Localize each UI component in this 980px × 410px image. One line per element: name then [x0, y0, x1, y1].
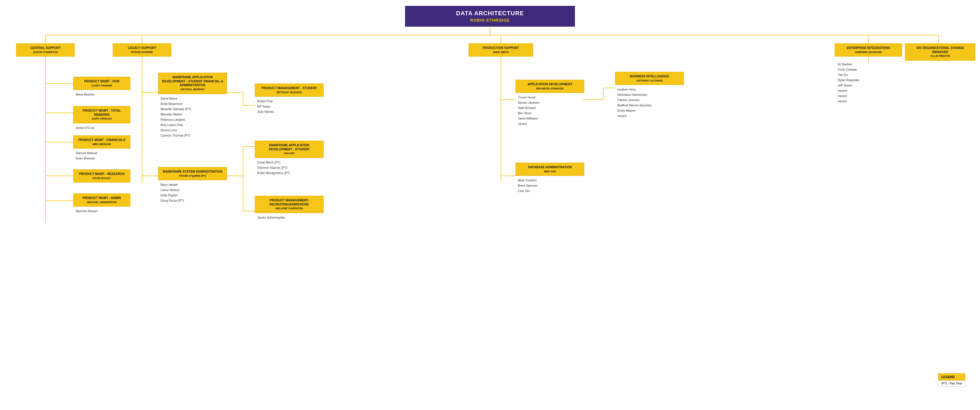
app-dev-vacant: vacant — [518, 121, 584, 126]
steven-jackson: Steven Jackson — [518, 100, 584, 105]
kelly-payton: Kelly Payton — [161, 193, 227, 198]
jared-williams: Jared Williams — [518, 116, 584, 121]
bill-toups: Bill Toups — [257, 104, 324, 109]
ben-stout: Ben Stout — [518, 110, 584, 116]
production-support-box: PRODUCTION SUPPORT MIKE SMITH — [469, 43, 533, 57]
hudson-hess: Hudson Hess — [617, 87, 684, 92]
root-subtitle: ROBIN ETHRIDGE — [411, 18, 569, 22]
samuel-abboud: Samuel Abboud — [73, 150, 130, 156]
trevor-huval: Trevor Huval — [518, 95, 584, 100]
legend: LEGEND (PT) - Part Time — [938, 373, 966, 386]
mainframe-app-dev-name: CRYSTAL MURPHY — [161, 88, 224, 91]
prod-mgmt-student-name: BETHANY MADSON — [258, 91, 320, 94]
enterprise-integrations-list: DJ Barbier Corin Canepa Yan Qu Dylan Rag… — [838, 62, 859, 104]
mainframe-app-dev-student-title: MAINFRAME APPLICATION DEVELOPMENT - STUD… — [258, 143, 320, 151]
prod-mgmt-admin-name: MICHAEL HENDERSON — [76, 201, 127, 204]
doug-pacas: Doug Pacas (PT) — [161, 198, 227, 203]
donna-love: Donna Love — [161, 128, 227, 133]
lance-nelson: Lance Nelson — [161, 187, 227, 193]
app-dev-title: APPLICATION DEVELOPMENT — [519, 82, 581, 86]
mainframe-app-dev-student-name: VACANT — [258, 152, 320, 155]
biz-intel-box: BUSINESS INTELLIGENCE ANTHONY ALFONSO Hu… — [615, 72, 684, 118]
dj-barbier: DJ Barbier — [838, 62, 859, 67]
jenise-dcruz: Jenise D'Cruz — [73, 125, 130, 131]
patrick-lemoine: Patrick Lemoine — [617, 97, 684, 102]
robert-poe: Robert Poe — [257, 99, 324, 104]
sis-org-name: ALLIE PRESTIE — [908, 54, 972, 58]
sis-org-box: SIS ORGANIZATIONAL CHANGE MANAGER ALLIE … — [905, 43, 975, 61]
ei-vacant-1: vacant — [838, 88, 859, 93]
root-node: DATA ARCHITECTURE ROBIN ETHRIDGE — [405, 6, 575, 27]
production-support-title: PRODUCTION SUPPORT — [472, 46, 530, 50]
prod-mgmt-financials-box: PRODUCT MGMT - FINANCIALS MEG WESSON Sam… — [73, 136, 130, 161]
prod-mgmt-research-box: PRODUCT MGMT - RESEARCH DAVID BAILEY — [73, 169, 130, 183]
prod-mgmt-admin-title: PRODUCT MGMT - ADMIN — [76, 196, 127, 200]
prod-mgmt-research-title: PRODUCT MGMT - RESEARCH — [76, 172, 127, 176]
michelle-hebert: Michelle Hebert — [161, 112, 227, 117]
db-admin-name: BEN YAN — [519, 170, 581, 174]
corin-canepa: Corin Canepa — [838, 67, 859, 72]
anita-beaumont: Anita Beaumont — [161, 101, 227, 106]
prod-mgmt-hcm-box: PRODUCT MGMT - HCM CASEY PARKER Alexa Bu… — [73, 77, 130, 97]
prod-mgmt-admin-box: PRODUCT MGMT - ADMIN MICHAEL HENDERSON N… — [73, 193, 130, 214]
robin-montgomery: Robin Montgomery (PT) — [257, 170, 324, 175]
biz-intel-title: BUSINESS INTELLIGENCE — [618, 75, 681, 78]
bedford-nieves-sanchez: Bedford Nieves-Sanchez — [617, 102, 684, 108]
prod-mgmt-hcm-title: PRODUCT MGMT - HCM — [76, 80, 127, 83]
prod-mgmt-recruiting-name: MELANIE THORNTON — [258, 207, 320, 211]
james-schexnaydre: James Schexnaydre — [257, 215, 324, 220]
jeff-simon: Jeff Simon — [838, 83, 859, 88]
connectors-svg — [0, 0, 980, 410]
mark-foretich: Mark Foretich — [518, 178, 584, 183]
alexa-butcher: Alexa Butcher — [73, 92, 130, 97]
david-abere: David Abere — [161, 96, 227, 101]
barry-hebert: Barry Hebert — [161, 182, 227, 187]
solomon-haynes: Solomon Haynes (PT) — [257, 165, 324, 170]
prod-mgmt-recruiting-box: PRODUCT MANAGEMENT- RECRUITING/ADMISSION… — [255, 196, 324, 220]
prod-mgmt-total-rewards-box: PRODUCT MGMT - TOTAL REWARDS KORY CROUCH… — [73, 106, 130, 131]
michelle-gillespie: Michelle Gillespie (PT) — [161, 106, 227, 112]
sis-org-title: SIS ORGANIZATIONAL CHANGE MANAGER — [908, 46, 972, 54]
legacy-support-name: BYRON HONORE — [116, 51, 168, 54]
prod-mgmt-recruiting-title: PRODUCT MANAGEMENT- RECRUITING/ADMISSION… — [258, 198, 320, 206]
enterprise-integrations-name: SHERWIN SHAIDAEE — [838, 51, 899, 54]
nicholaus-hutchinson: Nicholaus Hutchinson — [617, 92, 684, 97]
liuxi-tan: Liuxi Tan — [518, 188, 584, 193]
mainframe-sys-admin-name: FRANK O'QUINN (PT) — [161, 174, 224, 178]
enterprise-integrations-box: ENTERPRISE INTEGRATIONS SHERWIN SHAIDAEE — [835, 43, 902, 57]
chart-container: DATA ARCHITECTURE ROBIN ETHRIDGE CENTRAL… — [0, 0, 980, 410]
legend-title: LEGEND — [938, 373, 966, 380]
root-box: DATA ARCHITECTURE ROBIN ETHRIDGE — [405, 6, 575, 27]
nariman-razavi: Nariman Razavi — [73, 208, 130, 214]
central-support-title: CENTRAL SUPPORT — [19, 46, 72, 50]
camron-thomas: Camron Thomas (PT) — [161, 133, 227, 138]
enterprise-integrations-title: ENTERPRISE INTEGRATIONS — [838, 46, 899, 50]
db-admin-title: DATABASE ADMINISTRATION — [519, 165, 581, 169]
cindy-bloch: Cindy Bloch (PT) — [257, 160, 324, 165]
prod-mgmt-financials-name: MEG WESSON — [76, 143, 127, 146]
sean-brannon: Sean Brannon — [73, 156, 130, 161]
ei-vacant-3: vacant — [838, 99, 859, 104]
prod-mgmt-total-rewards-title: PRODUCT MGMT - TOTAL REWARDS — [76, 109, 127, 116]
mainframe-sys-admin-box: MAINFRAME SYSTEM ADMINISTRATION FRANK O'… — [158, 167, 227, 203]
seth-richard: Seth Richard — [518, 105, 584, 110]
app-dev-box: APPLICATION DEVELOPMENT BRANDON JOHNSON … — [515, 80, 584, 126]
rebecca-langlois: Rebecca Langlois — [161, 117, 227, 122]
central-support-name: JUSTIN THORNTON — [19, 51, 72, 54]
emily-wayne: Emily Wayne — [617, 108, 684, 113]
root-title: DATA ARCHITECTURE — [411, 10, 569, 17]
biz-intel-vacant: vacant — [617, 113, 684, 118]
mainframe-app-dev-box: MAINFRAME APPLICATION DEVELOPMENT - STUD… — [158, 73, 227, 138]
prod-mgmt-total-rewards-name: KORY CROUCH — [76, 117, 127, 121]
mainframe-app-dev-student-box: MAINFRAME APPLICATION DEVELOPMENT - STUD… — [255, 141, 324, 175]
legacy-support-box: LEGACY SUPPORT BYRON HONORE — [113, 43, 171, 57]
jody-weeks: Jody Weeks — [257, 109, 324, 114]
mainframe-sys-admin-title: MAINFRAME SYSTEM ADMINISTRATION — [161, 170, 224, 174]
prod-mgmt-research-name: DAVID BAILEY — [76, 177, 127, 180]
app-dev-name: BRANDON JOHNSON — [519, 87, 581, 91]
legacy-support-title: LEGACY SUPPORT — [116, 46, 168, 50]
mainframe-app-dev-title: MAINFRAME APPLICATION DEVELOPMENT - STUD… — [161, 75, 224, 87]
dylan-ragsdale: Dylan Ragsdale — [838, 77, 859, 83]
central-support-box: CENTRAL SUPPORT JUSTIN THORNTON — [16, 43, 75, 57]
legend-pt: (PT) - Part Time — [938, 380, 966, 386]
